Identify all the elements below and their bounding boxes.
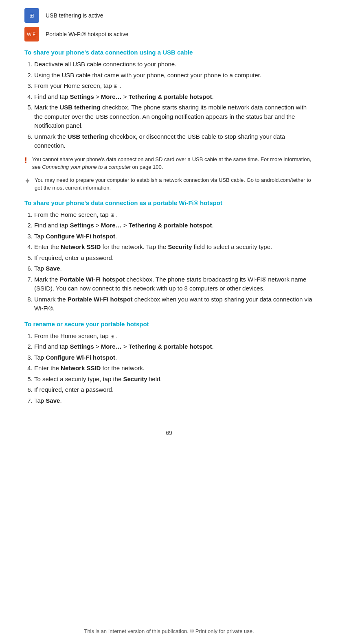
step-item: Unmark the USB tethering checkbox, or di… [34,132,314,151]
step-item: To select a security type, tap the Secur… [34,375,314,384]
step-item: From the Home screen, tap ⊞ . [34,332,314,341]
step-item: Unmark the Portable Wi-Fi hotspot checkb… [34,295,314,313]
svg-text:WiFi: WiFi [27,32,36,37]
step-item: From your Home screen, tap ⊞ . [34,81,314,91]
usb-share-steps: Deactivate all USB cable connections to … [24,60,314,151]
page-number: 69 [24,430,314,436]
usb-share-heading: To share your phone's data connection us… [24,49,314,56]
step-item: Mark the Portable Wi-Fi hotspot checkbox… [34,275,314,293]
usb-tip: ✦ You may need to prepare your computer … [24,176,314,192]
step-item: Find and tap Settings > More… > Tetherin… [34,92,314,102]
usb-tethering-row: ⊞ USB tethering is active [24,8,314,23]
notice-icon: ! [24,156,27,165]
step-item: Enter the Network SSID for the network. … [34,242,314,252]
footer-text: This is an Internet version of this publ… [0,628,338,634]
step-item: Tap Configure Wi-Fi hotspot. [34,232,314,241]
step-item: If required, enter a password. [34,253,314,263]
wifi-share-heading: To share your phone's data connection as… [24,199,314,206]
step-item: From the Home screen, tap ⊞ . [34,210,314,220]
step-item: Using the USB cable that came with your … [34,71,314,80]
step-item: Mark the USB tethering checkbox. The pho… [34,103,314,131]
wifi-share-section: To share your phone's data connection as… [24,199,314,313]
step-item: Deactivate all USB cable connections to … [34,60,314,69]
wifi-hotspot-row: WiFi Portable Wi-Fi® hotspot is active [24,27,314,41]
step-item: Find and tap Settings > More… > Tetherin… [34,342,314,351]
step-item: Tap Configure Wi-Fi hotspot. [34,353,314,362]
rename-secure-heading: To rename or secure your portable hotspo… [24,321,314,327]
usb-notice: ! You cannot share your phone's data con… [24,155,314,171]
wifi-hotspot-label: Portable Wi-Fi® hotspot is active [46,31,128,37]
step-item: Enter the Network SSID for the network. [34,364,314,373]
svg-text:⊞: ⊞ [29,12,34,19]
wifi-hotspot-icon: WiFi [24,27,39,41]
usb-icon: ⊞ [24,8,39,23]
page-content: ⊞ USB tethering is active WiFi Portable … [0,0,338,461]
step-item: Find and tap Settings > More… > Tetherin… [34,221,314,230]
notice-text: You cannot share your phone's data conne… [32,155,314,171]
tip-text: You may need to prepare your computer to… [35,176,314,192]
step-item: Tap Save. [34,264,314,273]
step-item: Tap Save. [34,396,314,406]
usb-tethering-label: USB tethering is active [46,12,103,19]
rename-secure-steps: From the Home screen, tap ⊞ . Find and t… [24,332,314,406]
step-item: If required, enter a password. [34,385,314,395]
wifi-share-steps: From the Home screen, tap ⊞ . Find and t… [24,210,314,313]
rename-secure-section: To rename or secure your portable hotspo… [24,321,314,406]
usb-share-section: To share your phone's data connection us… [24,49,314,192]
tip-icon: ✦ [24,177,31,186]
